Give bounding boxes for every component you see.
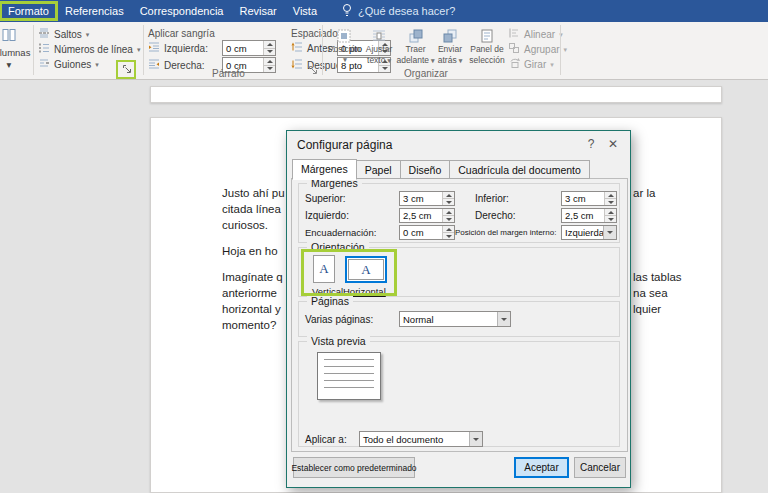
wrap-text-label-2: texto: [367, 56, 385, 66]
margin-right-field[interactable]: 2,5 cm: [561, 208, 617, 223]
apply-to-dropdown[interactable]: Todo el documento: [359, 431, 483, 447]
position-button[interactable]: Posición ▾: [328, 25, 360, 78]
group-divider: [33, 25, 34, 75]
help-button[interactable]: ?: [582, 137, 600, 151]
document-text-line: Hoja en ho: [222, 245, 278, 257]
gutter-field[interactable]: 0 cm: [399, 225, 455, 240]
tell-me-box[interactable]: ¿Qué desea hacer?: [341, 3, 455, 19]
paragraph-group-label: Párrafo: [212, 68, 245, 79]
document-page-previous: [150, 86, 722, 103]
breaks-button[interactable]: Saltos ▾: [38, 27, 89, 41]
page-setup-dialog: Configurar página ? ✕ Márgenes Papel Dis…: [286, 130, 631, 488]
gutter-position-dropdown[interactable]: Izquierda: [561, 225, 617, 240]
margin-top-field[interactable]: 3 cm: [399, 191, 455, 206]
preview-groupbox: Vista previa Aplicar a: Todo el document…: [298, 341, 620, 447]
multiple-pages-dropdown[interactable]: Normal: [399, 311, 511, 327]
spacing-after-icon: [291, 58, 303, 72]
hyphenation-button[interactable]: Guiones ▾: [38, 57, 99, 71]
selection-pane-button[interactable]: Panel de selección: [467, 25, 507, 78]
page-setup-dialog-launcher[interactable]: [121, 63, 134, 76]
gutter-spinner[interactable]: [442, 226, 454, 239]
indent-left-spinner[interactable]: [263, 41, 275, 55]
send-backward-icon: [442, 28, 458, 44]
ribbon-tab-referencias[interactable]: Referencias: [57, 2, 132, 20]
margin-bottom-field[interactable]: 3 cm: [561, 191, 617, 206]
chevron-down-icon: ▾: [95, 61, 99, 68]
columns-label: Columnas: [0, 47, 30, 58]
margin-left-value[interactable]: 2,5 cm: [400, 209, 442, 222]
ok-button[interactable]: Aceptar: [514, 457, 569, 478]
dropdown-arrow-icon[interactable]: [469, 432, 482, 446]
paragraph-dialog-launcher[interactable]: [307, 64, 320, 77]
dropdown-arrow-icon[interactable]: [497, 312, 510, 326]
cancel-button[interactable]: Cancelar: [574, 457, 626, 478]
margin-left-spinner[interactable]: [442, 209, 454, 222]
landscape-tile: A: [348, 259, 384, 280]
margins-groupbox: Márgenes Superior: 3 cm Inferior: 3 cm I…: [298, 183, 620, 243]
close-icon[interactable]: ✕: [604, 137, 622, 151]
set-as-default-button[interactable]: Establecer como predeterminado: [293, 457, 415, 478]
margin-right-label: Derecho:: [475, 210, 516, 221]
margin-left-label: Izquierdo:: [305, 210, 349, 221]
orientation-section-label: Orientación: [307, 241, 369, 253]
document-text-line: Imagínate q: [222, 271, 283, 283]
margin-bottom-value[interactable]: 3 cm: [562, 192, 604, 205]
ribbon-tab-formato[interactable]: Formato: [0, 2, 57, 20]
gutter-value[interactable]: 0 cm: [400, 226, 442, 239]
ribbon-tab-revisar[interactable]: Revisar: [231, 2, 284, 20]
tab-papel[interactable]: Papel: [356, 160, 401, 179]
preview-text-lines: [324, 359, 374, 393]
pages-groupbox: Páginas Varias páginas: Normal: [298, 301, 620, 337]
indent-left-label: Izquierda:: [164, 43, 208, 54]
document-text-line: momento?: [222, 319, 276, 331]
indent-right-spinner[interactable]: [263, 58, 275, 72]
indent-left-field[interactable]: 0 cm: [222, 40, 276, 56]
line-numbers-button[interactable]: Números de línea ▾: [38, 42, 140, 56]
group-objects-button[interactable]: Agrupar ▾: [508, 42, 567, 56]
chevron-down-icon: ▾: [137, 46, 141, 53]
margin-right-value[interactable]: 2,5 cm: [562, 209, 604, 222]
indent-left-label-row: Izquierda:: [148, 41, 208, 55]
document-text-line: las tablas: [633, 271, 682, 283]
margin-top-value[interactable]: 3 cm: [400, 192, 442, 205]
tab-margenes[interactable]: Márgenes: [292, 159, 357, 180]
bring-forward-icon: [408, 28, 424, 44]
indent-left-icon: [148, 41, 160, 55]
group-objects-icon: [508, 42, 520, 56]
margin-bottom-spinner[interactable]: [604, 192, 616, 205]
margin-bottom-label: Inferior:: [475, 193, 509, 204]
chevron-down-icon: ▾: [550, 61, 554, 68]
ribbon-tab-vista[interactable]: Vista: [285, 2, 325, 20]
breaks-label: Saltos: [54, 29, 82, 40]
document-text-line: Justo ahí pu: [222, 187, 285, 199]
document-text-line: na sea: [633, 287, 668, 299]
columns-button[interactable]: Columnas ▾: [0, 24, 32, 78]
wrap-text-button[interactable]: Ajustar texto▾: [361, 25, 397, 78]
apply-to-value: Todo el documento: [360, 432, 469, 446]
rotate-objects-icon: [508, 57, 520, 71]
chevron-down-icon: ▾: [86, 31, 90, 38]
indent-left-value[interactable]: 0 cm: [223, 41, 263, 55]
margin-top-spinner[interactable]: [442, 192, 454, 205]
portrait-tile[interactable]: A: [313, 255, 335, 283]
rotate-button[interactable]: Girar ▾: [508, 57, 554, 71]
tab-diseno[interactable]: Diseño: [400, 160, 451, 179]
rotate-label: Girar: [524, 59, 546, 70]
send-backward-label: Enviar: [438, 45, 462, 55]
portrait-letter: A: [319, 261, 328, 277]
margin-left-field[interactable]: 2,5 cm: [399, 208, 455, 223]
tab-cuadricula[interactable]: Cuadrícula del documento: [449, 160, 590, 179]
indent-right-label: Derecha:: [164, 60, 205, 71]
landscape-tile-selected[interactable]: A: [345, 256, 387, 283]
group-divider: [322, 25, 323, 75]
multiple-pages-value: Normal: [400, 312, 497, 326]
ribbon-tab-correspondencia[interactable]: Correspondencia: [132, 2, 232, 20]
dropdown-arrow-icon[interactable]: [603, 226, 616, 239]
selection-pane-label: Panel de: [470, 45, 504, 55]
document-text-line: curiosos.: [222, 219, 268, 231]
margin-right-spinner[interactable]: [604, 209, 616, 222]
line-numbers-icon: [38, 42, 50, 56]
align-button[interactable]: Alinear ▾: [508, 27, 563, 41]
bring-forward-label-2: adelante: [396, 56, 429, 66]
gutter-label: Encuadernación:: [305, 227, 376, 238]
